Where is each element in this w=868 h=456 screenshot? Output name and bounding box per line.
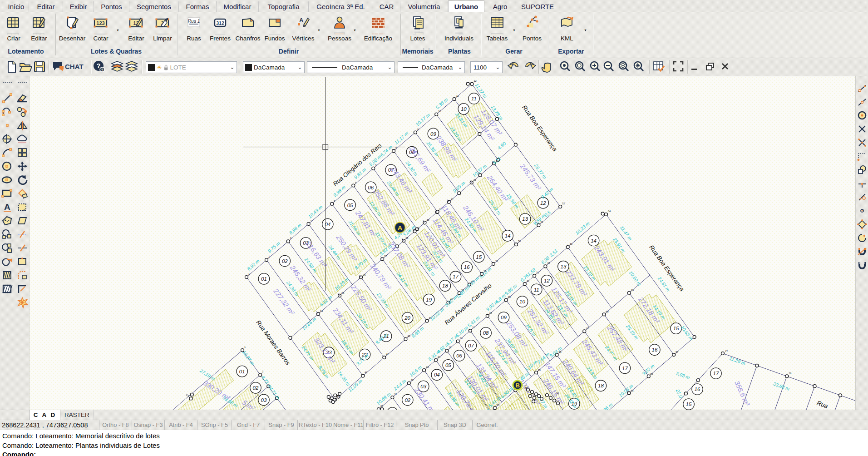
svg-text:28: 28 [405,237,408,239]
svg-text:A: A [4,202,10,212]
svg-text:11,29 m: 11,29 m [729,356,746,366]
svg-text:15: 15 [476,254,482,260]
svg-text:16: 16 [652,347,658,352]
svg-text:09: 09 [501,315,507,320]
svg-text:32: 32 [547,262,550,264]
svg-text:29: 29 [417,227,419,230]
svg-text:01: 01 [261,276,267,282]
svg-text:43: 43 [407,335,410,337]
svg-text:28: 28 [489,312,492,314]
svg-text:05: 05 [347,203,353,208]
svg-text:23: 23 [426,366,429,368]
svg-text:10,43 m: 10,43 m [307,204,324,219]
svg-text:24,81 m: 24,81 m [656,276,671,293]
svg-text:32: 32 [451,198,454,201]
svg-text:10: 10 [438,110,441,113]
svg-text:12: 12 [473,79,476,82]
svg-text:65: 65 [538,368,541,371]
svg-text:67: 67 [586,327,589,330]
svg-text:36: 36 [789,372,791,375]
svg-text:11,09 m: 11,09 m [347,378,363,393]
svg-text:34: 34 [608,210,611,213]
svg-text:34: 34 [496,159,498,162]
svg-text:7: 7 [375,164,376,167]
svg-text:68: 68 [606,310,609,313]
svg-text:25,38 m: 25,38 m [425,140,440,158]
svg-text:1: 1 [248,273,250,275]
svg-text:06: 06 [456,353,462,358]
svg-text:10: 10 [461,106,467,112]
svg-text:9,98 m: 9,98 m [332,184,346,198]
svg-text:04: 04 [325,222,330,227]
svg-text:0,6: 0,6 [186,393,190,397]
svg-text:312: 312 [216,20,224,26]
svg-text:Rua: Rua [816,400,829,410]
svg-text:?: ? [101,68,104,72]
svg-text:11: 11 [471,96,477,101]
svg-text:20: 20 [404,315,410,321]
svg-text:9,82 m: 9,82 m [641,363,655,376]
svg-text:41: 41 [365,371,367,374]
svg-text:16,35 m: 16,35 m [337,370,351,387]
svg-text:42: 42 [386,353,389,356]
svg-text:45: 45 [450,298,453,301]
svg-text:2: 2 [262,370,263,373]
svg-text:4: 4 [311,219,312,222]
svg-text:10,6 m: 10,6 m [409,365,423,378]
svg-text:04: 04 [434,372,440,377]
svg-text:63: 63 [497,404,499,406]
svg-text:4,71 m: 4,71 m [268,386,281,401]
svg-text:44: 44 [429,317,432,319]
svg-text:66: 66 [559,351,562,353]
svg-text:15: 15 [686,401,692,407]
svg-text:30: 30 [527,279,529,282]
svg-text:123: 123 [96,20,104,26]
svg-text:10,50 m: 10,50 m [628,270,642,287]
svg-text:31: 31 [536,271,539,274]
svg-text:55: 55 [631,389,634,392]
svg-text:03: 03 [420,384,426,389]
svg-text:8,98 m: 8,98 m [288,222,302,235]
svg-text:12: 12 [540,200,546,206]
svg-text:26: 26 [363,273,365,276]
svg-text:27: 27 [472,326,475,329]
svg-text:12: 12 [544,278,550,283]
svg-text:10,27 m: 10,27 m [241,350,255,367]
svg-text:14: 14 [505,233,511,238]
svg-text:A: A [299,17,304,24]
svg-text:9,88 m: 9,88 m [410,326,424,339]
svg-text:15: 15 [673,326,679,331]
svg-text:10,23 m: 10,23 m [574,221,591,236]
svg-text:356,6 m²: 356,6 m² [733,380,751,407]
svg-text:40: 40 [337,395,340,398]
svg-text:31: 31 [439,208,442,211]
svg-text:17: 17 [453,274,459,279]
svg-text:03: 03 [261,397,267,403]
svg-text:49: 49 [495,259,498,262]
svg-text:50: 50 [518,240,521,243]
svg-text:20: 20 [380,405,383,407]
svg-text:10,22 m: 10,22 m [429,307,445,322]
svg-text:26: 26 [460,337,463,340]
svg-text:51: 51 [540,221,543,223]
svg-text:27: 27 [384,255,387,258]
svg-text:09: 09 [430,131,436,137]
svg-text:58: 58 [556,392,559,395]
svg-text:6: 6 [355,181,356,184]
svg-text:16: 16 [464,264,470,270]
svg-text:11: 11 [534,287,539,292]
svg-text:18: 18 [442,283,448,288]
svg-text:05: 05 [445,362,451,368]
svg-text:46: 46 [461,288,464,291]
svg-text:5,36 m: 5,36 m [434,97,449,110]
svg-text:10: 10 [519,299,525,304]
svg-text:33: 33 [473,178,476,181]
svg-text:01: 01 [239,369,245,374]
svg-text:47: 47 [471,280,474,283]
svg-text:33: 33 [570,243,572,245]
svg-text:24,38 m: 24,38 m [285,280,300,297]
svg-text:9,96 m: 9,96 m [599,402,613,410]
svg-text:Rua Moraes Barros: Rua Moraes Barros [255,319,291,367]
svg-text:69: 69 [631,289,634,292]
svg-text:11,17 m: 11,17 m [394,131,409,145]
